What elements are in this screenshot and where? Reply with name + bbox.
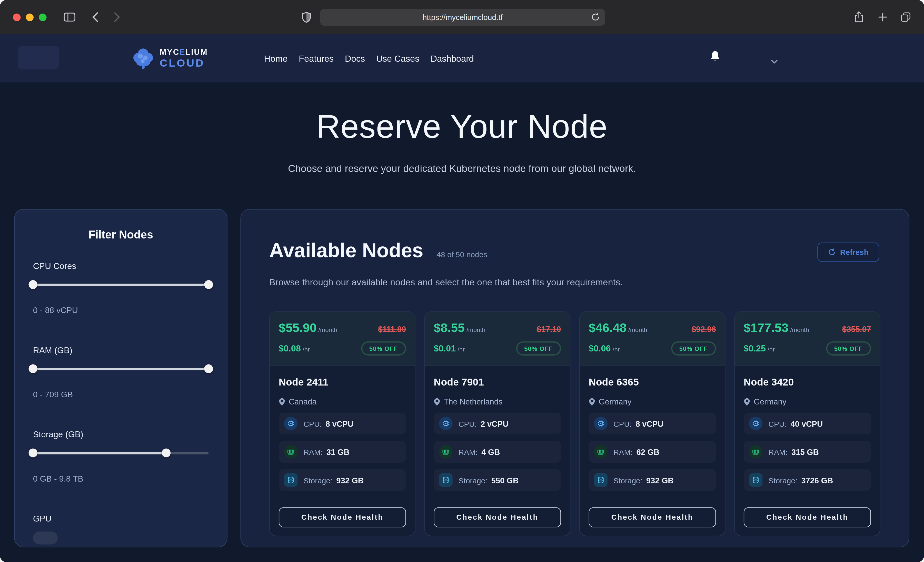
filter-label-cpu: CPU Cores — [33, 261, 209, 271]
refresh-button[interactable]: Refresh — [817, 242, 879, 262]
ram-range-slider[interactable] — [33, 364, 209, 373]
hourly-unit: /hr — [458, 345, 465, 353]
node-name: Node 6365 — [589, 377, 716, 389]
storage-value: 932 GB — [646, 476, 674, 485]
storage-value: 3726 GB — [801, 476, 833, 485]
brain-logo-icon — [131, 46, 156, 70]
storage-icon — [439, 473, 453, 487]
cpu-value: 8 vCPU — [326, 419, 354, 428]
location-pin-icon — [744, 398, 750, 406]
check-node-health-button[interactable]: Check Node Health — [589, 507, 716, 528]
user-menu-chevron-down-icon[interactable] — [771, 56, 778, 66]
original-price: $355.07 — [842, 325, 871, 333]
available-nodes-panel: Available Nodes 48 of 50 nodes Refresh B… — [240, 209, 909, 547]
check-node-health-button[interactable]: Check Node Health — [434, 507, 561, 528]
ram-value: 62 GB — [636, 447, 660, 456]
nav-link[interactable]: Use Cases — [376, 53, 420, 63]
nav-link[interactable]: Home — [264, 53, 288, 63]
check-node-health-button[interactable]: Check Node Health — [744, 507, 871, 528]
hourly-unit: /hr — [303, 345, 310, 353]
slider-handle-min[interactable] — [28, 364, 37, 373]
check-node-health-button[interactable]: Check Node Health — [279, 507, 406, 528]
ram-icon — [594, 445, 608, 459]
privacy-shield-icon[interactable] — [302, 0, 311, 34]
slider-track — [33, 368, 209, 370]
new-tab-icon[interactable] — [878, 0, 888, 34]
sidebar-toggle-icon[interactable] — [64, 0, 75, 34]
filter-label-ram: RAM (GB) — [33, 345, 209, 355]
site-logo[interactable]: MYCELIUM CLOUD — [131, 46, 208, 70]
storage-icon — [594, 473, 608, 487]
slider-handle-max[interactable] — [204, 364, 213, 373]
forward-icon[interactable] — [113, 0, 120, 34]
spec-row-cpu: CPU: 2 vCPU — [434, 413, 561, 435]
section-title: Available Nodes — [269, 239, 423, 261]
hourly-price: $0.08 — [279, 343, 301, 353]
close-window-button[interactable] — [13, 13, 21, 21]
filter-panel: Filter Nodes CPU Cores 0 - 88 vCPU RAM (… — [14, 209, 228, 547]
navbar-placeholder-block — [18, 46, 59, 69]
card-body: Node 7901 The Netherlands CPU: 2 vCPU — [425, 366, 570, 536]
spec-row-cpu: CPU: 8 vCPU — [279, 413, 406, 435]
spec-row-storage: Storage: 550 GB — [434, 469, 561, 491]
back-icon[interactable] — [92, 0, 99, 34]
zoom-window-button[interactable] — [39, 13, 46, 21]
cpu-value: 8 vCPU — [636, 419, 663, 428]
nodes-count: 48 of 50 nodes — [436, 250, 487, 259]
hero-section: Reserve Your Node Choose and reserve you… — [0, 82, 924, 175]
slider-track — [33, 452, 209, 454]
available-nodes-header: Available Nodes 48 of 50 nodes Refresh — [269, 239, 880, 262]
location-pin-icon — [589, 398, 595, 406]
monthly-unit: /month — [790, 326, 809, 333]
reload-icon[interactable] — [591, 12, 600, 24]
price-header: $46.48/month $92.96 $0.06/hr 50% OFF — [580, 312, 725, 366]
notifications-bell-icon[interactable] — [710, 51, 720, 65]
card-body: Node 2411 Canada CPU: 8 vCPU — [270, 366, 415, 536]
hourly-price: $0.01 — [434, 343, 456, 353]
cpu-icon — [749, 417, 763, 430]
ram-icon — [284, 445, 298, 459]
cpu-value: 2 vCPU — [481, 419, 508, 428]
share-icon[interactable] — [854, 0, 864, 34]
slider-handle-min[interactable] — [28, 448, 37, 457]
slider-handle-min[interactable] — [28, 280, 37, 289]
gpu-toggle[interactable] — [33, 532, 58, 545]
location-pin-icon — [279, 398, 285, 406]
spec-row-storage: Storage: 932 GB — [279, 469, 406, 491]
cpu-range-slider[interactable] — [33, 280, 209, 289]
minimize-window-button[interactable] — [26, 13, 34, 21]
slider-track-fill — [33, 452, 166, 454]
ram-label: RAM: — [303, 447, 322, 456]
filter-range-ram: 0 - 709 GB — [33, 390, 209, 399]
monthly-price: $8.55 — [434, 321, 465, 334]
node-name: Node 2411 — [279, 377, 406, 389]
storage-label: Storage: — [459, 476, 488, 485]
monthly-unit: /month — [628, 326, 647, 333]
address-bar[interactable]: https://myceliumcloud.tf — [320, 9, 605, 26]
spec-row-ram: RAM: 62 GB — [589, 441, 716, 463]
ram-label: RAM: — [614, 447, 633, 456]
tab-overview-icon[interactable] — [900, 0, 911, 34]
filter-label-storage: Storage (GB) — [33, 430, 209, 439]
original-price: $17.10 — [537, 325, 561, 333]
browser-window: https://myceliumcloud.tf — [0, 0, 924, 562]
slider-handle-max[interactable] — [162, 448, 171, 457]
nav-link[interactable]: Features — [299, 53, 334, 63]
storage-value: 550 GB — [491, 476, 519, 485]
monthly-price: $55.90 — [279, 321, 317, 334]
hourly-price: $0.25 — [744, 343, 766, 353]
price-header: $177.53/month $355.07 $0.25/hr 50% OFF — [735, 312, 880, 366]
nav-link[interactable]: Docs — [345, 53, 365, 63]
card-body: Node 3420 Germany CPU: 40 vCPU — [735, 366, 880, 536]
cpu-label: CPU: — [614, 419, 632, 428]
slider-handle-max[interactable] — [204, 280, 213, 289]
ram-icon — [439, 445, 453, 459]
slider-track — [33, 283, 209, 285]
node-location: Germany — [754, 397, 786, 406]
nav-link[interactable]: Dashboard — [430, 53, 474, 63]
nav-links: HomeFeaturesDocsUse CasesDashboard — [264, 34, 474, 82]
node-card: $55.90/month $111.80 $0.08/hr 50% OFF No… — [269, 311, 416, 537]
monthly-unit: /month — [466, 326, 486, 333]
node-name: Node 3420 — [744, 377, 871, 389]
storage-range-slider[interactable] — [33, 448, 209, 457]
